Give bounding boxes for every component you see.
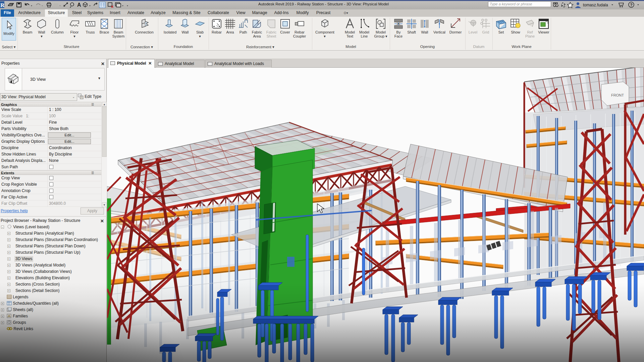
svg-text:tomasz.fudala: tomasz.fudala	[583, 3, 608, 7]
svg-text:R: R	[0, 2, 5, 8]
svg-text:?: ?	[630, 3, 633, 7]
svg-text:FRONT: FRONT	[611, 93, 624, 97]
svg-text:✕: ✕	[111, 5, 114, 9]
svg-text:A: A	[77, 2, 81, 8]
